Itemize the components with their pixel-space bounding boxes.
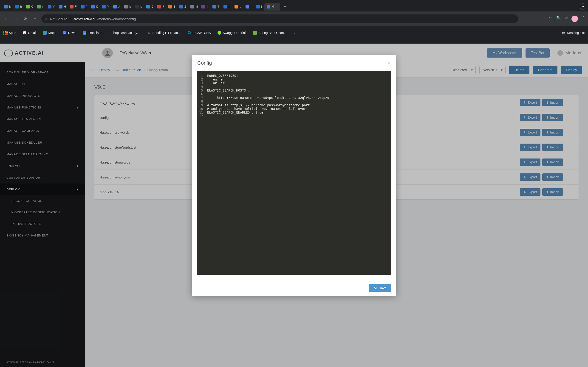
line-number: 10	[199, 107, 203, 110]
bookmark-icon: G	[63, 31, 67, 35]
bookmark-icon	[3, 31, 7, 35]
browser-tab[interactable]: II	[199, 3, 210, 10]
home-button[interactable]: ⌂	[32, 17, 38, 21]
browser-tab[interactable]: A	[111, 3, 122, 10]
tab-favicon-icon	[26, 5, 30, 8]
chrome-menu-icon[interactable]: ⋮	[582, 16, 585, 22]
browser-tab[interactable]: a	[232, 3, 243, 10]
profile-avatar-icon[interactable]	[571, 16, 578, 22]
tab-label: J	[162, 5, 164, 8]
tab-close-icon[interactable]: ×	[276, 5, 278, 8]
bookmark-item[interactable]: Maps	[43, 31, 56, 35]
browser-tab[interactable]: [	[254, 3, 264, 10]
tab-favicon-icon	[201, 5, 205, 8]
browser-tab[interactable]: Y	[45, 3, 57, 10]
browser-tab[interactable]: Y	[100, 3, 111, 10]
browser-tab[interactable]: F	[68, 3, 78, 10]
tab-label: {	[42, 5, 43, 8]
config-modal: Config × 123456789101112 MODEL_OVERRIDES…	[192, 55, 396, 296]
save-label: Save	[379, 286, 387, 290]
browser-tab[interactable]: k	[133, 3, 144, 10]
tab-label: n	[229, 5, 230, 8]
tab-label: [	[86, 5, 86, 8]
browser-tab[interactable]: Z	[177, 3, 188, 10]
tab-favicon-icon	[179, 5, 183, 8]
search-icon[interactable]: 🔍	[556, 16, 561, 22]
bookmark-icon: 文	[83, 31, 87, 35]
address-bar[interactable]: ⚠ Not Secure | loadtest.active.ai/morfeu…	[41, 15, 518, 23]
tab-favicon-icon	[212, 5, 216, 8]
bookmark-item[interactable]: Apps	[3, 31, 16, 35]
tab-favicon-icon	[234, 5, 238, 8]
tab-favicon-icon	[81, 5, 85, 8]
bookmark-item[interactable]: MGmail	[23, 31, 36, 35]
browser-tab[interactable]: r	[243, 3, 254, 10]
line-gutter: 123456789101112	[197, 71, 205, 275]
tab-label: A	[118, 5, 120, 8]
tab-profile-icon[interactable]: ▾	[580, 3, 586, 10]
tab-favicon-icon	[246, 5, 249, 8]
forward-button[interactable]: →	[12, 17, 19, 21]
browser-tab[interactable]: h	[13, 3, 24, 10]
browser-tab[interactable]: D	[144, 3, 155, 10]
line-number: 5	[199, 89, 203, 92]
tab-label: Z	[184, 5, 186, 8]
modal-close-button[interactable]: ×	[388, 60, 391, 66]
bookmark-label: Apps	[9, 31, 16, 35]
bookmark-label: https://artifactory....	[113, 31, 141, 35]
modal-body: 123456789101112 MODEL_OVERRIDES: en: en …	[192, 71, 396, 280]
browser-tab[interactable]: J	[155, 3, 166, 10]
bookmark-item[interactable]: 🌐reCAPTCHA	[187, 31, 211, 35]
bookmark-icon: ⊕	[147, 31, 151, 35]
browser-tab[interactable]: {	[35, 3, 45, 10]
address-actions: ⊶ 🔍 ☆ ⋮	[549, 16, 585, 22]
browser-tab[interactable]: H	[57, 3, 68, 10]
line-number: 4	[199, 85, 203, 89]
browser-tab[interactable]: T	[210, 3, 221, 10]
bookmark-item[interactable]: Spring Boot Chan...	[253, 31, 286, 35]
save-button[interactable]: 🖫 Save	[369, 284, 391, 292]
address-row: ← → ⟳ ⌂ ⚠ Not Secure | loadtest.active.a…	[0, 11, 588, 26]
tab-favicon-icon	[146, 5, 150, 8]
bookmark-icon	[253, 31, 257, 35]
tab-label: Y	[107, 5, 109, 8]
line-number: 8	[199, 100, 203, 103]
browser-tab[interactable]: C	[24, 3, 35, 10]
star-icon[interactable]: ☆	[565, 16, 568, 22]
bookmark-item[interactable]: ◯https://artifactory....	[108, 31, 141, 35]
bookmark-item[interactable]: ⊕Sending HTTP an...	[147, 31, 181, 35]
reading-list-icon: ▤	[562, 31, 565, 35]
tab-label: F	[75, 5, 77, 8]
bookmark-item[interactable]: Swagger UI trinit	[217, 31, 246, 35]
key-icon[interactable]: ⊶	[549, 16, 553, 22]
tab-label: M	[9, 5, 11, 8]
browser-tab[interactable]: M	[188, 3, 199, 10]
code-content[interactable]: MODEL_OVERRIDES: en: en ar: ar ELASTIC_S…	[205, 71, 331, 275]
browser-tab[interactable]: M×	[264, 3, 280, 10]
url-path: /morfeusweb/#/bot/config	[97, 17, 136, 21]
tab-label: a	[240, 5, 241, 8]
browser-tab[interactable]: n	[221, 3, 232, 10]
browser-tab[interactable]: lo	[122, 3, 133, 10]
new-tab-button[interactable]: +	[281, 3, 289, 10]
tab-favicon-icon	[124, 5, 128, 8]
modal-backdrop[interactable]: Config × 123456789101112 MODEL_OVERRIDES…	[0, 44, 588, 367]
reading-list-button[interactable]: ▤ Reading List	[562, 31, 585, 35]
browser-tab[interactable]: M	[2, 3, 13, 10]
tab-favicon-icon	[157, 5, 161, 8]
bookmarks-overflow-icon[interactable]: »	[294, 31, 296, 35]
bookmark-item[interactable]: 文Translate	[83, 31, 102, 35]
tab-label: B	[173, 5, 175, 8]
not-secure-label: Not Secure	[50, 17, 67, 21]
tab-favicon-icon	[37, 5, 41, 8]
bookmark-icon: 🌐	[187, 31, 191, 35]
bookmark-icon: ◯	[108, 31, 112, 35]
tab-label: D	[96, 5, 98, 8]
back-button[interactable]: ←	[3, 17, 9, 21]
bookmark-item[interactable]: GNews	[63, 31, 76, 35]
reload-button[interactable]: ⟳	[22, 16, 28, 21]
browser-tab[interactable]: [	[78, 3, 89, 10]
code-editor[interactable]: 123456789101112 MODEL_OVERRIDES: en: en …	[197, 71, 391, 275]
browser-tab[interactable]: D	[89, 3, 100, 10]
browser-tab[interactable]: B	[166, 3, 177, 10]
